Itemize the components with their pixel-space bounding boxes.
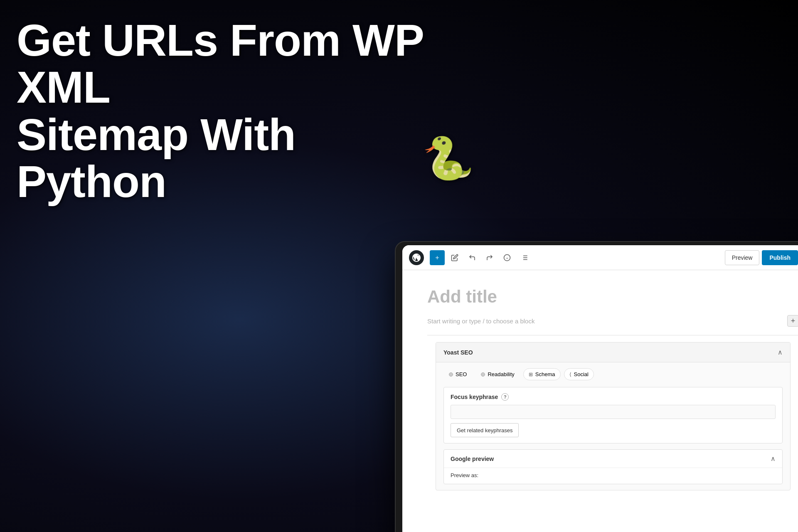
screen-bezel: Preview Publish — [402, 245, 798, 532]
editor-divider — [427, 335, 798, 335]
tab-seo[interactable]: SEO — [443, 368, 472, 380]
publish-button[interactable]: Publish — [762, 250, 798, 265]
preview-as-label: Preview as: — [451, 472, 478, 478]
block-placeholder-text: Start writing or type / to choose a bloc… — [427, 318, 534, 325]
yoast-panel-header[interactable]: Yoast SEO — [436, 342, 790, 362]
add-block-button[interactable] — [430, 250, 445, 265]
title-line2: Sitemap With Python — [17, 111, 414, 205]
editor-content: G Add title Start writing or type / to c… — [402, 270, 798, 532]
tab-social[interactable]: ⟨ Social — [564, 368, 594, 380]
post-title-field[interactable]: Add title — [427, 287, 798, 307]
yoast-panel: Yoast SEO SEO — [436, 342, 791, 490]
wp-toolbar: Preview Publish — [402, 245, 798, 270]
add-block-inline-button[interactable]: + — [787, 315, 798, 327]
yoast-collapse-icon — [778, 348, 783, 356]
google-preview-section: Google preview Preview as: — [443, 449, 783, 484]
related-keyphrases-button[interactable]: Get related keyphrases — [451, 423, 519, 437]
seo-dot — [449, 372, 453, 377]
laptop-outer: Preview Publish — [395, 241, 798, 532]
info-icon[interactable] — [500, 250, 515, 265]
edit-icon[interactable] — [447, 250, 462, 265]
yoast-tabs: SEO Readability ⊞ Schema — [443, 368, 783, 380]
google-preview-title: Google preview — [451, 456, 494, 462]
yoast-panel-body: SEO Readability ⊞ Schema — [436, 362, 790, 490]
yoast-panel-title: Yoast SEO — [443, 349, 473, 356]
help-icon[interactable]: ? — [501, 393, 509, 401]
title-line1: Get URLs From WP XML — [17, 17, 474, 111]
tab-schema[interactable]: ⊞ Schema — [523, 368, 561, 380]
google-preview-header[interactable]: Google preview — [444, 450, 782, 468]
google-preview-body: Preview as: — [444, 468, 782, 484]
undo-button[interactable] — [465, 250, 480, 265]
focus-keyphrase-section: Focus keyphrase ? Get related keyphrases — [443, 387, 783, 443]
wp-editor: Preview Publish — [402, 245, 798, 532]
wp-logo[interactable] — [409, 250, 424, 265]
main-title: Get URLs From WP XML Sitemap With Python… — [17, 17, 474, 205]
redo-button[interactable] — [482, 250, 497, 265]
tab-readability-label: Readability — [488, 371, 514, 377]
focus-keyphrase-label: Focus keyphrase ? — [451, 393, 776, 401]
focus-keyphrase-input[interactable] — [451, 405, 776, 419]
google-preview-toggle-icon — [771, 455, 776, 463]
list-view-icon[interactable] — [517, 250, 532, 265]
tab-seo-label: SEO — [456, 371, 467, 377]
laptop-mockup: Preview Publish — [395, 241, 798, 532]
schema-icon: ⊞ — [529, 372, 533, 377]
focus-keyphrase-text: Focus keyphrase — [451, 394, 498, 400]
tab-schema-label: Schema — [535, 371, 555, 377]
social-icon: ⟨ — [569, 372, 571, 377]
preview-button[interactable]: Preview — [725, 250, 760, 265]
tab-readability[interactable]: Readability — [475, 368, 520, 380]
laptop-screen: Preview Publish — [402, 245, 798, 532]
python-emoji: 🐍 — [422, 136, 474, 180]
tab-social-label: Social — [574, 371, 589, 377]
readability-dot — [481, 372, 485, 377]
